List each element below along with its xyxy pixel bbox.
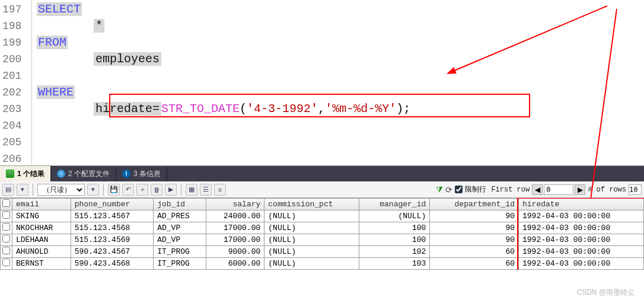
cell-email[interactable]: LDEHAAN [12,234,71,246]
code-line[interactable]: SELECT [37,1,644,18]
nrows-input[interactable] [629,184,642,195]
cell-manager_id[interactable]: 100 [359,222,430,234]
mode-select[interactable]: （只读） [37,184,85,196]
cell-job_id[interactable]: AD_VP [154,234,206,246]
pager-next-button[interactable]: ▶ [575,184,585,195]
view-grid-button[interactable]: ▦ [186,184,197,196]
cell-phone_number[interactable]: 515.123.4569 [71,234,154,246]
code-line[interactable] [37,151,644,167]
mode-dropdown-button[interactable]: ▾ [87,184,99,196]
column-header-email[interactable]: email [12,199,71,210]
cell-phone_number[interactable]: 515.123.4568 [71,222,154,234]
select-all-header[interactable] [1,199,12,210]
row-checkbox[interactable] [2,258,10,266]
table-row[interactable]: SKING515.123.4567AD_PRES24000.00(NULL)(N… [1,210,644,222]
cell-salary[interactable]: 17000.00 [206,234,264,246]
export-menu-button[interactable]: ▾ [17,184,28,196]
cell-email[interactable]: BERNST [12,258,71,270]
cell-job_id[interactable]: AD_PRES [154,210,206,222]
cell-manager_id[interactable]: 102 [359,246,430,258]
column-header-hiredate[interactable]: hiredate [518,199,643,210]
cell-job_id[interactable]: IT_PROG [154,258,206,270]
column-header-manager_id[interactable]: manager_id [359,199,430,210]
column-header-commission_pct[interactable]: commission_pct [264,199,359,210]
tab-results-label: 1 个结果 [17,169,44,179]
cell-commission_pct[interactable]: (NULL) [264,210,359,222]
row-checkbox[interactable] [2,235,10,242]
cell-department_id[interactable]: 90 [430,210,519,222]
cell-salary[interactable]: 6000.00 [206,258,264,270]
cell-hiredate[interactable]: 1992-04-03 00:00:00 [518,210,643,222]
cell-hiredate[interactable]: 1992-04-03 00:00:00 [518,234,643,246]
cell-department_id[interactable]: 90 [430,234,519,246]
export-button[interactable]: ▤ [2,184,14,196]
column-header-salary[interactable]: salary [206,199,264,210]
delete-row-button[interactable]: 🗑 [151,184,162,196]
cell-salary[interactable]: 24000.00 [206,210,264,222]
code-line[interactable]: employees [37,51,644,68]
code-line[interactable]: FROM [37,34,644,51]
table-row[interactable]: NKOCHHAR515.123.4568AD_VP17000.00(NULL)1… [1,222,644,234]
row-checkbox[interactable] [2,247,10,254]
cell-email[interactable]: SKING [12,210,71,222]
cell-hiredate[interactable]: 1992-04-03 00:00:00 [518,246,643,258]
first-row-label: First row [491,186,530,194]
apply-button[interactable]: ▶ [165,184,177,196]
row-checkbox[interactable] [2,211,10,219]
limit-rows-checkbox[interactable] [455,186,463,193]
undo-button[interactable]: ↶ [122,184,134,196]
info-icon: i [122,170,130,178]
code-line[interactable]: WHERE [37,84,644,101]
cell-department_id[interactable]: 60 [430,246,519,258]
cell-job_id[interactable]: IT_PROG [154,246,206,258]
table-row[interactable]: BERNST590.423.4568IT_PROG6000.00(NULL)10… [1,258,644,270]
nrows-label: # of rows [588,186,626,194]
add-row-button[interactable]: ＋ [136,184,148,196]
cell-manager_id[interactable]: (NULL) [359,210,430,222]
tab-profiles-label: 2 个配置文件 [68,169,110,179]
table-row[interactable]: AHUNOLD590.423.4567IT_PROG9000.00(NULL)1… [1,246,644,258]
cell-phone_number[interactable]: 590.423.4568 [71,258,154,270]
cell-commission_pct[interactable]: (NULL) [264,246,359,258]
cell-salary[interactable]: 17000.00 [206,222,264,234]
row-checkbox[interactable] [2,223,10,231]
cell-commission_pct[interactable]: (NULL) [264,258,359,270]
cell-commission_pct[interactable]: (NULL) [264,222,359,234]
code-area[interactable]: SELECT *FROM employeesWHERE hiredate=STR… [32,0,644,165]
pager-prev-button[interactable]: ◀ [532,184,543,195]
code-line[interactable] [37,117,644,134]
sql-editor[interactable]: 197198199200201202203204205206 SELECT *F… [0,0,644,166]
first-row-input[interactable] [544,184,573,195]
filter-icon[interactable]: ⧩ [436,184,443,194]
cell-manager_id[interactable]: 100 [359,234,430,246]
cell-hiredate[interactable]: 1992-04-03 00:00:00 [518,258,643,270]
code-line[interactable] [37,134,644,151]
save-button[interactable]: 💾 [108,184,120,196]
cell-department_id[interactable]: 90 [430,222,519,234]
cell-manager_id[interactable]: 103 [359,258,430,270]
cell-commission_pct[interactable]: (NULL) [264,234,359,246]
code-line[interactable]: hiredate=STR_TO_DATE('4-3-1992','%m-%d-%… [37,101,644,117]
cell-hiredate[interactable]: 1992-04-03 00:00:00 [518,222,643,234]
cell-department_id[interactable]: 60 [430,258,519,270]
cell-email[interactable]: NKOCHHAR [12,222,71,234]
cell-email[interactable]: AHUNOLD [12,246,71,258]
result-grid[interactable]: emailphone_numberjob_idsalarycommission_… [0,198,644,270]
view-form-button[interactable]: ☰ [200,184,212,196]
code-line[interactable]: * [37,18,644,34]
column-header-phone_number[interactable]: phone_number [71,199,154,210]
tab-results[interactable]: 1 个结果 [0,166,51,181]
refresh-icon[interactable]: ⟳ [445,185,452,194]
column-header-job_id[interactable]: job_id [154,199,206,210]
tab-profiles[interactable]: 2 个配置文件 [51,166,116,181]
view-text-button[interactable]: ≡ [214,184,226,196]
tab-messages[interactable]: i 3 条信息 [116,166,167,181]
cell-job_id[interactable]: AD_VP [154,222,206,234]
table-row[interactable]: LDEHAAN515.123.4569AD_VP17000.00(NULL)10… [1,234,644,246]
cell-phone_number[interactable]: 590.423.4567 [71,246,154,258]
code-line[interactable] [37,68,644,84]
column-header-department_id[interactable]: department_id [430,199,519,210]
cell-salary[interactable]: 9000.00 [206,246,264,258]
select-all-checkbox[interactable] [2,199,10,207]
cell-phone_number[interactable]: 515.123.4567 [71,210,154,222]
